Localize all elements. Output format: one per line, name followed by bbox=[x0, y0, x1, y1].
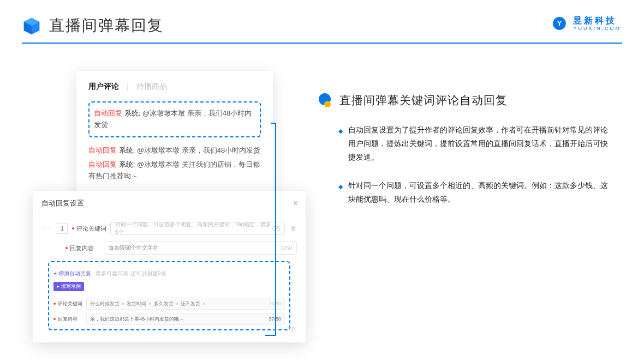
bullet-text: 自动回复设置为了提升作者的评论回复效率，作者可在开播前针对常见的评论用户问题，提… bbox=[348, 123, 613, 165]
connector-line bbox=[275, 123, 276, 335]
tag-remove-icon[interactable]: × bbox=[148, 301, 151, 306]
cube-icon bbox=[22, 16, 41, 35]
footer-count: /50 bbox=[287, 327, 295, 333]
tag-item: 发货时间 bbox=[127, 300, 146, 307]
section-title: 直播间弹幕关键词评论自动回复 bbox=[339, 93, 508, 108]
keyword-field-label: 评论关键词 bbox=[76, 225, 110, 233]
tag-item: 什么时候发货 bbox=[90, 300, 120, 307]
content-input[interactable]: 每条限50个中文字符 0/50 bbox=[104, 242, 297, 255]
brand-name-cn: 昱新科技 bbox=[573, 16, 621, 25]
highlighted-comment: 自动回复 系统: @冰墩墩本墩 亲亲，我们48小时内发货 bbox=[88, 101, 261, 137]
required-icon bbox=[53, 318, 56, 320]
svg-text:Y: Y bbox=[557, 19, 562, 27]
content-count: 0/50 bbox=[282, 245, 292, 251]
comment-text: @冰墩墩本墩 亲亲，我们48小时内发货 bbox=[137, 146, 260, 154]
diamond-bullet-icon: ◆ bbox=[338, 182, 343, 206]
drag-handle-icon[interactable]: ⋮⋮ bbox=[41, 226, 51, 232]
auto-reply-settings-dialog: 自动回复设置 × ⋮⋮ 1 评论关键词 对同一个问题，可设置多个相近、高频的关键… bbox=[33, 191, 306, 342]
system-label: 系统: bbox=[119, 146, 135, 154]
tab-user-comments[interactable]: 用户评论 bbox=[88, 82, 119, 92]
add-auto-reply-link[interactable]: + 增加自动回复 bbox=[53, 270, 91, 276]
tab-pending-products[interactable]: 待播商品 bbox=[136, 82, 167, 92]
example-keyword-tags[interactable]: 什么时候发货× 发货时间× 多久发货× 还不发货× 20/50 bbox=[86, 298, 285, 310]
brand-logo: Y 昱新科技 YUUXIN.COM bbox=[550, 14, 621, 33]
tag-remove-icon[interactable]: × bbox=[202, 301, 205, 306]
example-keyword-label: 评论关键词 bbox=[58, 300, 86, 307]
required-icon bbox=[65, 247, 68, 249]
auto-reply-label: 自动回复 bbox=[88, 146, 117, 154]
add-hint: 最多可建10条 还可以创建9条 bbox=[96, 270, 166, 276]
delete-icon[interactable]: 🗑 bbox=[290, 225, 297, 232]
page-title: 直播间弹幕回复 bbox=[49, 15, 164, 36]
row-number: 1 bbox=[57, 223, 68, 234]
example-content-text: 亲，我们这边都是下单48小时内发货的哦～ bbox=[90, 316, 184, 323]
close-icon[interactable]: × bbox=[293, 198, 298, 208]
chat-bubble-icon bbox=[319, 93, 334, 107]
tag-remove-icon[interactable]: × bbox=[176, 301, 178, 306]
keyword-count: 0/5 bbox=[272, 226, 280, 232]
content-field-label: 回复内容 bbox=[70, 244, 104, 252]
bullet-text: 针对同一个问题，可设置多个相近的、高频的关键词。例如：这款多少钱、这块能优惠吗、… bbox=[348, 179, 613, 206]
comments-panel: 用户评论 | 待播商品 自动回复 系统: @冰墩墩本墩 亲亲，我们48小时内发货… bbox=[76, 71, 273, 195]
example-section: + 增加自动回复 最多可建10条 还可以创建9条 ▸ 填写示例 评论关键词 什么… bbox=[48, 261, 290, 330]
placeholder-text: 每条限50个中文字符 bbox=[109, 244, 158, 252]
example-badge: ▸ 填写示例 bbox=[53, 282, 84, 291]
tab-separator: | bbox=[127, 82, 129, 91]
tag-item: 还不发货 bbox=[181, 300, 200, 307]
auto-reply-label: 自动回复 bbox=[88, 160, 117, 168]
example-content-input[interactable]: 亲，我们这边都是下单48小时内发货的哦～ 37/50 bbox=[86, 313, 285, 325]
header-divider bbox=[22, 43, 622, 44]
auto-reply-label: 自动回复 bbox=[94, 109, 122, 117]
system-label: 系统: bbox=[119, 160, 135, 168]
placeholder-text: 对同一个问题，可设置多个相近、高频的关键词，Tag确定，最多5个 bbox=[115, 221, 272, 236]
keyword-input[interactable]: 对同一个问题，可设置多个相近、高频的关键词，Tag确定，最多5个 0/5 bbox=[110, 222, 285, 235]
example-content-label: 回复内容 bbox=[58, 316, 86, 323]
system-label: 系统: bbox=[124, 109, 141, 117]
connector-line bbox=[265, 335, 276, 336]
diamond-bullet-icon: ◆ bbox=[338, 126, 343, 165]
required-icon bbox=[53, 303, 56, 305]
required-icon bbox=[72, 227, 74, 230]
brand-name-en: YUUXIN.COM bbox=[573, 26, 621, 31]
dialog-title: 自动回复设置 bbox=[41, 199, 84, 207]
tag-remove-icon[interactable]: × bbox=[122, 301, 124, 306]
tag-item: 多久发货 bbox=[154, 300, 174, 307]
